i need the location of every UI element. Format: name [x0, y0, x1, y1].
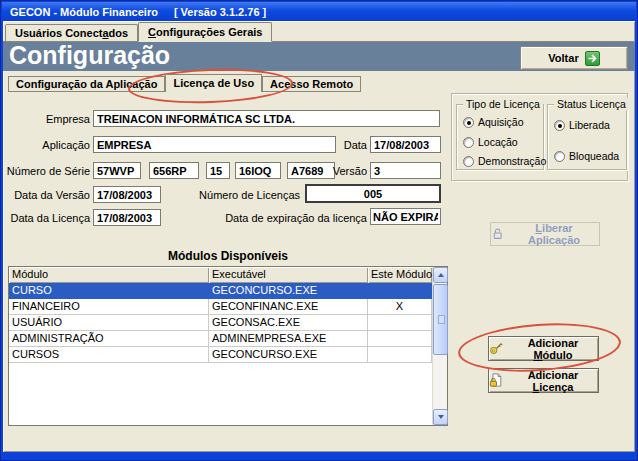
scrollbar-thumb[interactable] [433, 284, 448, 355]
data-expiracao-field[interactable] [370, 208, 441, 225]
cell-este-modulo [368, 315, 432, 331]
data-versao-label: Data da Versão [14, 189, 90, 201]
status-licenca-legend: Status Licença [554, 98, 629, 110]
radio-liberada-label: Liberada [569, 119, 610, 131]
sub-tab-bar: Configuração da Aplicação Licença de Uso… [3, 74, 635, 92]
serial-field-1[interactable] [93, 162, 141, 179]
radio-demonstracao-label: Demonstração [478, 155, 546, 167]
tipo-licenca-legend: Tipo de Licença [463, 98, 543, 110]
radio-locacao[interactable]: Locação [463, 136, 518, 148]
cell-modulo: USUÁRIO [9, 315, 209, 331]
adicionar-licenca-label: Adicionar Licença [508, 369, 598, 393]
table-row[interactable]: CURSOSGECONCURSO.EXE [9, 347, 432, 363]
tab-configuracoes-gerais[interactable]: Configurações Gerais [138, 22, 272, 42]
radio-demonstracao-dot[interactable] [463, 156, 474, 167]
modules-table-header: Módulo Executável Este Módulo [9, 267, 432, 283]
data-expiracao-label: Data de expiração da licença [225, 212, 367, 224]
data-versao-field[interactable] [93, 186, 161, 203]
cell-este-modulo [368, 283, 432, 299]
column-header-executavel[interactable]: Executável [209, 267, 368, 283]
cell-modulo: FINANCEIRO [9, 299, 209, 315]
modules-title: Módulos Disponíveis [8, 249, 448, 263]
cell-modulo: CURSOS [9, 347, 209, 363]
cell-modulo: CURSO [9, 283, 209, 299]
cell-executavel: ADMINEMPRESA.EXE [209, 331, 368, 347]
data-label: Data [344, 139, 367, 151]
radio-liberada[interactable]: Liberada [554, 119, 610, 131]
tab-licenca-de-uso[interactable]: Licença de Uso [165, 74, 262, 92]
cell-este-modulo: X [368, 299, 432, 315]
liberar-aplicacao-label: Liberar Aplicação [509, 222, 599, 246]
key-icon [489, 341, 503, 357]
window-titlebar: GECON - Módulo Financeiro [ Versão 3.1.2… [2, 2, 636, 21]
scrollbar-down-button[interactable] [433, 409, 448, 425]
modules-table: Módulo Executável Este Módulo CURSOGECON… [8, 266, 448, 426]
radio-demonstracao[interactable]: Demonstração [463, 155, 546, 167]
liberar-aplicacao-button[interactable]: Liberar Aplicação [490, 222, 600, 246]
cell-este-modulo [368, 347, 432, 363]
tipo-licenca-groupbox: Tipo de Licença Aquisição Locação Demons… [456, 104, 544, 170]
serial-field-3[interactable] [206, 162, 230, 179]
page-title: Configuração [9, 43, 170, 68]
empresa-label: Empresa [46, 113, 90, 125]
scrollbar-up-button[interactable] [433, 267, 448, 283]
radio-aquisicao-label: Aquisição [478, 116, 524, 128]
radio-bloqueada-dot[interactable] [554, 151, 565, 162]
adicionar-modulo-label: Adicionar Módulo [508, 337, 598, 361]
table-row[interactable]: USUÁRIOGECONSAC.EXE [9, 315, 432, 331]
voltar-label: Voltar [548, 52, 578, 64]
data-licenca-field[interactable] [93, 209, 161, 226]
scroll-down-icon [438, 415, 444, 419]
radio-aquisicao-dot[interactable] [463, 117, 474, 128]
radio-locacao-dot[interactable] [463, 137, 474, 148]
modules-grid: Módulo Executável Este Módulo CURSOGECON… [9, 267, 432, 425]
column-header-modulo[interactable]: Módulo [9, 267, 209, 283]
window-title-version: [ Versão 3.1.2.76 ] [174, 6, 266, 18]
radio-bloqueada[interactable]: Bloqueada [554, 150, 619, 162]
cell-modulo: ADMINISTRAÇÃO [9, 331, 209, 347]
data-field[interactable] [370, 136, 441, 153]
serial-field-2[interactable] [149, 162, 199, 179]
cell-executavel: GECONFINANC.EXE [209, 299, 368, 315]
column-header-este-modulo[interactable]: Este Módulo [368, 267, 432, 283]
window-body: Usuários Conectados Configurações Gerais… [3, 21, 635, 452]
numero-licencas-label: Número de Licenças [199, 189, 300, 201]
radio-bloqueada-label: Bloqueada [569, 150, 619, 162]
table-scrollbar[interactable] [432, 267, 447, 425]
aplicacao-field[interactable] [93, 136, 336, 153]
open-lock-icon [491, 227, 504, 242]
versao-field[interactable] [370, 162, 441, 179]
empresa-field[interactable] [93, 110, 440, 127]
window-title: GECON - Módulo Financeiro [10, 6, 158, 18]
versao-label: Versão [333, 165, 367, 177]
scroll-up-icon [438, 273, 444, 277]
modules-table-body: CURSOGECONCURSO.EXEFINANCEIROGECONFINANC… [9, 283, 432, 363]
serial-field-5[interactable] [287, 162, 335, 179]
tab-usuarios-conectados[interactable]: Usuários Conectados [5, 24, 138, 41]
cell-este-modulo [368, 331, 432, 347]
adicionar-licenca-button[interactable]: Adicionar Licença [488, 368, 599, 393]
table-row[interactable]: CURSOGECONCURSO.EXE [9, 283, 432, 299]
table-row[interactable]: ADMINISTRAÇÃOADMINEMPRESA.EXE [9, 331, 432, 347]
radio-aquisicao[interactable]: Aquisição [463, 116, 524, 128]
back-arrow-icon [585, 51, 600, 66]
numero-serie-label: Número de Série [7, 165, 90, 177]
aplicacao-label: Aplicação [42, 139, 90, 151]
numero-licencas-field[interactable] [305, 184, 441, 203]
status-licenca-groupbox: Status Licença Liberada Bloqueada [547, 104, 627, 170]
license-document-icon [489, 373, 503, 389]
tab-configuracao-da-aplicacao[interactable]: Configuração da Aplicação [8, 76, 165, 92]
main-tab-bar: Usuários Conectados Configurações Gerais [3, 22, 634, 42]
radio-locacao-label: Locação [478, 136, 518, 148]
page-header: Configuração Voltar [3, 42, 635, 71]
cell-executavel: GECONCURSO.EXE [209, 347, 368, 363]
adicionar-modulo-button[interactable]: Adicionar Módulo [488, 336, 599, 361]
voltar-button[interactable]: Voltar [520, 46, 628, 70]
app-window: GECON - Módulo Financeiro [ Versão 3.1.2… [0, 0, 638, 461]
tab-acesso-remoto[interactable]: Acesso Remoto [262, 76, 361, 92]
cell-executavel: GECONCURSO.EXE [209, 283, 368, 299]
radio-liberada-dot[interactable] [554, 120, 565, 131]
table-row[interactable]: FINANCEIROGECONFINANC.EXEX [9, 299, 432, 315]
cell-executavel: GECONSAC.EXE [209, 315, 368, 331]
serial-field-4[interactable] [235, 162, 281, 179]
